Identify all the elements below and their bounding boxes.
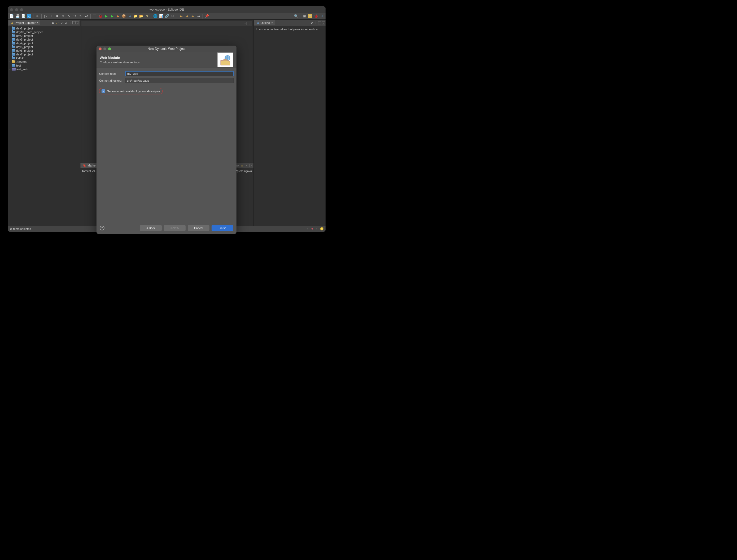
tree-item[interactable]: test bbox=[8, 64, 80, 67]
tree-item[interactable]: ›test_web bbox=[8, 67, 80, 71]
package-icon[interactable]: 📦 bbox=[122, 14, 126, 18]
context-root-input[interactable] bbox=[125, 71, 234, 76]
folder-icon bbox=[12, 27, 15, 30]
pause-icon[interactable]: ⏸ bbox=[49, 14, 54, 18]
step-into-icon[interactable]: ↘ bbox=[67, 14, 71, 18]
perspective-open-icon[interactable]: ⊞ bbox=[302, 14, 307, 18]
step-over-icon[interactable]: ↷ bbox=[73, 14, 77, 18]
outline-menu-icon[interactable]: ⋮ bbox=[314, 21, 318, 24]
back-arrow-icon[interactable]: ⬅ bbox=[179, 14, 183, 18]
new-icon[interactable]: 📄 bbox=[10, 14, 14, 18]
dialog-title: New Dynamic Web Project bbox=[148, 47, 186, 51]
nav-back-icon[interactable]: ⬅ bbox=[191, 14, 195, 18]
tree-item[interactable]: day2_project bbox=[8, 34, 80, 38]
maximize-view-icon[interactable]: □ bbox=[76, 21, 79, 24]
status-menu2-icon[interactable]: ⋮ bbox=[315, 227, 318, 231]
outline-focus-icon[interactable]: ⊙ bbox=[310, 21, 313, 24]
forward-arrow-icon[interactable]: ➡ bbox=[185, 14, 189, 18]
disconnect-icon[interactable]: ⎋ bbox=[61, 14, 65, 18]
minimize-editor-icon[interactable]: – bbox=[244, 22, 247, 25]
stop-icon[interactable]: ■ bbox=[55, 14, 59, 18]
debug-perspective-icon[interactable]: 🐞 bbox=[314, 14, 318, 18]
new-folder1-icon[interactable]: 📁 bbox=[133, 14, 138, 18]
minimize-outline-icon[interactable]: – bbox=[318, 21, 321, 24]
tip-bulb-icon[interactable] bbox=[320, 227, 324, 230]
outline-tab[interactable]: ⊟ Outline ✕ bbox=[254, 20, 275, 25]
collapse-all-icon[interactable]: ⊟ bbox=[51, 21, 55, 24]
maximize-outline-icon[interactable]: □ bbox=[322, 21, 325, 24]
link-editor-icon[interactable]: ⇄ bbox=[55, 21, 59, 24]
markers-tab[interactable]: 🔖 Marker bbox=[81, 163, 98, 168]
content-dir-input[interactable] bbox=[125, 78, 234, 83]
minimize-view-icon[interactable]: – bbox=[72, 21, 76, 24]
run-icon[interactable]: ▶ bbox=[104, 14, 108, 18]
dialog-minimize-icon[interactable] bbox=[103, 47, 106, 50]
maximize-editor-icon[interactable]: □ bbox=[248, 22, 251, 25]
view-menu-icon[interactable]: ⋮ bbox=[68, 21, 72, 24]
nav-fwd-icon[interactable]: ➡ bbox=[197, 14, 201, 18]
minimize-console-icon[interactable]: – bbox=[245, 164, 248, 167]
cancel-button[interactable]: Cancel bbox=[188, 225, 210, 231]
explorer-tab-label: Project Explorer bbox=[15, 21, 36, 24]
resume-icon[interactable]: ▷ bbox=[43, 14, 48, 18]
console-text-left: Tomcat v9. bbox=[82, 169, 96, 173]
tree-item[interactable]: day10_team_project bbox=[8, 30, 80, 34]
finish-button[interactable]: Finish bbox=[212, 225, 233, 231]
minimize-window-icon[interactable] bbox=[15, 8, 18, 11]
java-perspective-icon[interactable]: J bbox=[320, 14, 324, 18]
filter-icon[interactable]: ▽ bbox=[60, 21, 63, 24]
expand-arrow-icon[interactable]: › bbox=[8, 68, 11, 71]
link-icon[interactable]: 🔗 bbox=[165, 14, 169, 18]
dialog-maximize-icon[interactable] bbox=[108, 47, 111, 50]
terminal-icon[interactable]: >_ bbox=[27, 14, 31, 18]
drop-to-frame-icon[interactable]: ⮐ bbox=[84, 14, 89, 18]
console-new-icon[interactable]: ▭ bbox=[240, 164, 244, 167]
tree-item[interactable]: day6_project bbox=[8, 49, 80, 53]
tree-item[interactable]: day4_project bbox=[8, 41, 80, 45]
tree-item[interactable]: day5_project bbox=[8, 45, 80, 49]
chart-icon[interactable]: 📊 bbox=[159, 14, 163, 18]
maximize-console-icon[interactable]: □ bbox=[249, 164, 252, 167]
wand-icon[interactable]: ✎ bbox=[145, 14, 149, 18]
focus-icon[interactable]: ⊙ bbox=[64, 21, 68, 24]
expand-arrow-icon[interactable]: › bbox=[8, 60, 11, 63]
java-ee-perspective-icon[interactable]: JE bbox=[308, 14, 312, 18]
tree-item[interactable]: day1_project bbox=[8, 27, 80, 30]
generate-webxml-checkbox[interactable]: ✓ bbox=[102, 89, 105, 93]
snippet-icon[interactable]: ✂ bbox=[171, 14, 175, 18]
close-window-icon[interactable] bbox=[10, 8, 13, 11]
search-icon[interactable]: 🔍 bbox=[294, 14, 298, 18]
skip-breakpoints-icon[interactable]: ⭘ bbox=[35, 14, 40, 18]
align-icon[interactable]: ☰ bbox=[93, 14, 97, 18]
dialog-body: Context root: Content directory: ✓ Gener… bbox=[97, 68, 237, 222]
maximize-window-icon[interactable] bbox=[20, 8, 23, 11]
tree-item[interactable]: day7_project bbox=[8, 53, 80, 56]
server-icon[interactable]: 🖥 bbox=[128, 14, 132, 18]
earth-icon[interactable]: 🌐 bbox=[153, 14, 158, 18]
tree-item[interactable]: kktalk bbox=[8, 56, 80, 60]
external-run-icon[interactable]: ▶ bbox=[116, 14, 120, 18]
close-icon[interactable]: ✕ bbox=[271, 21, 273, 24]
save-all-icon[interactable]: 📑 bbox=[21, 14, 25, 18]
generate-webxml-row[interactable]: ✓ Generate web.xml deployment descriptor bbox=[99, 88, 163, 94]
back-button[interactable]: < Back bbox=[140, 225, 162, 231]
generate-webxml-label: Generate web.xml deployment descriptor bbox=[107, 90, 160, 93]
step-return-icon[interactable]: ↖ bbox=[79, 14, 83, 18]
folder-icon bbox=[12, 42, 15, 45]
close-icon[interactable]: ✕ bbox=[37, 21, 39, 24]
tree-item[interactable]: ›Servers bbox=[8, 60, 80, 64]
dialog-close-icon[interactable] bbox=[99, 47, 102, 50]
explorer-tab[interactable]: 🗂 Project Explorer ✕ bbox=[8, 20, 40, 25]
coverage-icon[interactable]: ▶ bbox=[110, 14, 114, 18]
heart-icon[interactable]: ♥ bbox=[311, 227, 313, 230]
status-menu-icon[interactable]: ⋮ bbox=[306, 227, 309, 231]
project-tree[interactable]: day1_project day10_team_project day2_pro… bbox=[8, 26, 80, 226]
new-folder2-icon[interactable]: 📂 bbox=[139, 14, 143, 18]
bug-icon[interactable]: 🐞 bbox=[98, 14, 103, 18]
save-icon[interactable]: 💾 bbox=[15, 14, 20, 18]
help-icon[interactable]: ? bbox=[100, 226, 104, 230]
pin-icon[interactable]: 📌 bbox=[205, 14, 209, 18]
dialog-header-subtitle: Configure web module settings. bbox=[100, 61, 141, 64]
folder-icon bbox=[12, 56, 15, 60]
tree-item[interactable]: day3_project bbox=[8, 38, 80, 41]
